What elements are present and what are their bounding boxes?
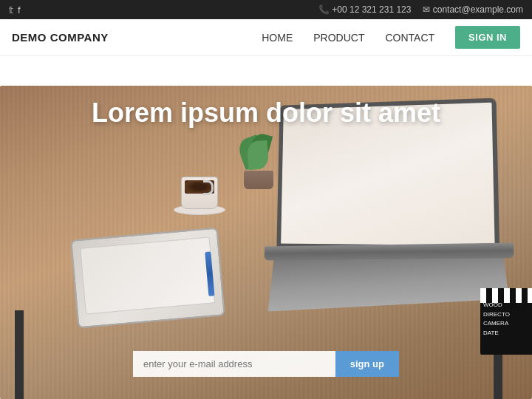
clapper-board: HOLLY- WOOD DIRECTO CAMERA DATE (480, 288, 532, 355)
twitter-icon[interactable]: 𝕥 (9, 4, 13, 16)
top-bar: 𝕥 f 📞 +00 12 321 231 123 ✉ contact@examp… (0, 0, 532, 19)
phone-number: 📞 +00 12 321 231 123 (318, 4, 411, 15)
plant-leaves (236, 130, 281, 174)
brand-logo: DEMO COMPANY (12, 31, 109, 44)
social-links: 𝕥 f (9, 4, 21, 16)
nav-contact[interactable]: CONTACT (385, 32, 434, 44)
email-address: ✉ contact@example.com (423, 4, 523, 15)
hero-headline: Lorem ipsum dolor sit amet (0, 98, 532, 129)
nav-home[interactable]: HOME (262, 32, 293, 44)
table-leg-left (15, 310, 24, 399)
plant-pot (244, 171, 273, 189)
leaf-3 (246, 140, 269, 170)
plant (236, 130, 281, 189)
drawing-tablet (70, 228, 225, 329)
coffee-cup (170, 163, 229, 215)
hero-section: Lorem ipsum dolor sit amet HOLLY- (0, 56, 532, 399)
laptop (273, 100, 510, 307)
signup-button[interactable]: sign up (335, 351, 399, 377)
facebook-icon[interactable]: f (18, 4, 21, 16)
signin-button[interactable]: SIGN IN (455, 26, 520, 49)
nav-product[interactable]: PRODUCT (313, 32, 364, 44)
laptop-base (265, 243, 514, 261)
signup-bar: sign up (133, 351, 399, 377)
cup-handle (203, 180, 214, 195)
cup-body (181, 177, 218, 209)
clapper-stripes (480, 288, 532, 303)
email-input[interactable] (133, 351, 335, 377)
tablet-surface (80, 237, 215, 315)
main-nav: DEMO COMPANY HOME PRODUCT CONTACT SIGN I… (0, 19, 532, 56)
nav-links: HOME PRODUCT CONTACT SIGN IN (262, 26, 520, 49)
contact-info: 📞 +00 12 321 231 123 ✉ contact@example.c… (318, 4, 523, 15)
